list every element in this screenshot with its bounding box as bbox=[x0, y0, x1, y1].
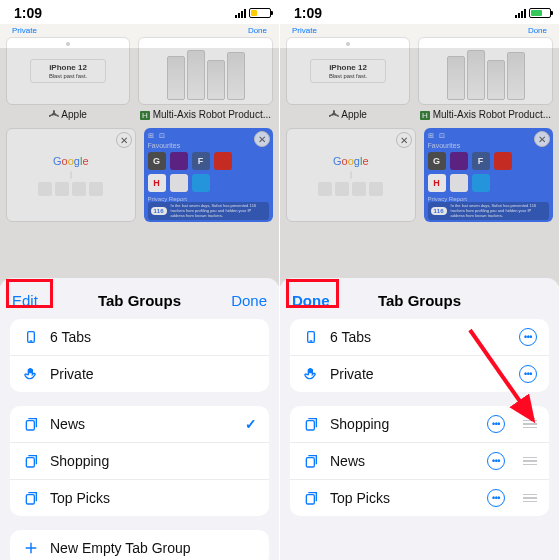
more-icon[interactable]: ••• bbox=[487, 415, 505, 433]
row-all-tabs[interactable]: 6 Tabs ••• bbox=[290, 319, 549, 356]
battery-icon bbox=[529, 8, 551, 18]
drag-handle-icon[interactable] bbox=[523, 457, 537, 466]
row-toppicks[interactable]: Top Picks bbox=[10, 480, 269, 516]
group-icon bbox=[22, 415, 40, 433]
hand-icon bbox=[302, 365, 320, 383]
row-toppicks[interactable]: Top Picks ••• bbox=[290, 480, 549, 516]
svg-rect-4 bbox=[26, 495, 34, 504]
more-icon[interactable]: ••• bbox=[519, 365, 537, 383]
more-icon[interactable]: ••• bbox=[487, 489, 505, 507]
edit-button[interactable]: Edit bbox=[12, 292, 38, 309]
overview-done: Done bbox=[248, 26, 267, 35]
svg-rect-11 bbox=[306, 495, 314, 504]
group-icon bbox=[22, 489, 40, 507]
battery-icon bbox=[249, 8, 271, 18]
tab-overview: Private Done iPhone 12 Blast past fast. … bbox=[0, 24, 279, 286]
row-new-group[interactable]: New Empty Tab Group bbox=[10, 530, 269, 560]
status-bar: 1:09 bbox=[280, 0, 559, 24]
group-icon bbox=[22, 452, 40, 470]
group-icon bbox=[302, 452, 320, 470]
svg-rect-9 bbox=[306, 421, 314, 430]
status-time: 1:09 bbox=[14, 5, 42, 21]
status-time: 1:09 bbox=[294, 5, 322, 21]
left-panel: 1:09 Private Done iPhone 12 Blast past f… bbox=[0, 0, 280, 560]
cellular-icon bbox=[515, 8, 526, 18]
private-toggle: Private bbox=[12, 26, 37, 35]
group-icon bbox=[302, 489, 320, 507]
row-private[interactable]: Private ••• bbox=[290, 356, 549, 392]
row-news[interactable]: News ••• bbox=[290, 443, 549, 480]
row-shopping[interactable]: Shopping ••• bbox=[290, 406, 549, 443]
group-icon bbox=[302, 415, 320, 433]
tab-groups-sheet: Edit Tab Groups Done 6 Tabs Private News… bbox=[0, 278, 279, 560]
svg-rect-2 bbox=[26, 421, 34, 430]
tab-overview: Private Done iPhone 12 Blast past fast. … bbox=[280, 24, 559, 286]
row-private[interactable]: Private bbox=[10, 356, 269, 392]
drag-handle-icon[interactable] bbox=[523, 494, 537, 503]
status-bar: 1:09 bbox=[0, 0, 279, 24]
done-button[interactable]: Done bbox=[231, 292, 267, 309]
tabs-icon bbox=[302, 328, 320, 346]
more-icon[interactable]: ••• bbox=[519, 328, 537, 346]
right-panel: 1:09 Private Done iPhone 12 Blast past f… bbox=[280, 0, 560, 560]
row-shopping[interactable]: Shopping bbox=[10, 443, 269, 480]
cellular-icon bbox=[235, 8, 246, 18]
checkmark-icon: ✓ bbox=[245, 416, 257, 432]
done-button[interactable]: Done bbox=[292, 292, 330, 309]
svg-rect-3 bbox=[26, 458, 34, 467]
row-news[interactable]: News ✓ bbox=[10, 406, 269, 443]
plus-icon bbox=[22, 539, 40, 557]
svg-rect-10 bbox=[306, 458, 314, 467]
more-icon[interactable]: ••• bbox=[487, 452, 505, 470]
tab-groups-sheet-edit: Done Tab Groups 6 Tabs ••• Private ••• S… bbox=[280, 278, 559, 560]
tabs-icon bbox=[22, 328, 40, 346]
row-all-tabs[interactable]: 6 Tabs bbox=[10, 319, 269, 356]
drag-handle-icon[interactable] bbox=[523, 420, 537, 429]
hand-icon bbox=[22, 365, 40, 383]
